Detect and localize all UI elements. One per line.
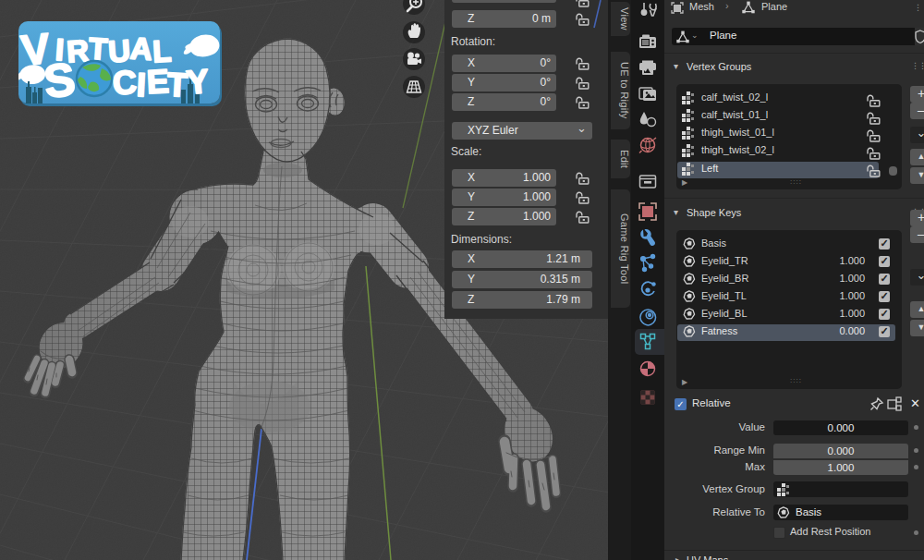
- svg-text:A: A: [129, 30, 153, 67]
- svg-text:S: S: [42, 53, 79, 103]
- svg-text:I: I: [136, 66, 147, 103]
- svg-text:Y: Y: [185, 62, 210, 102]
- svg-text:C: C: [112, 63, 138, 102]
